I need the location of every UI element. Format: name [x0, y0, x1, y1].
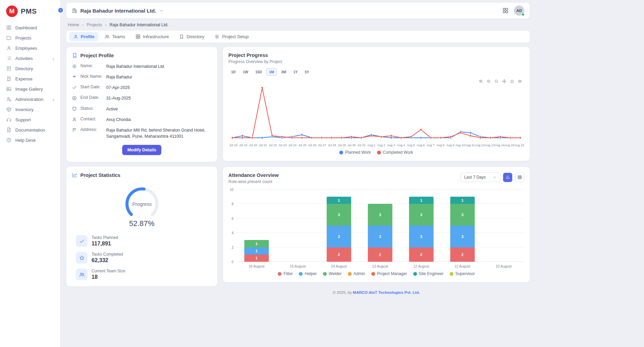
legend-admin[interactable]: Admin — [348, 271, 365, 276]
bar-segment-site-engineer[interactable]: 1 — [326, 197, 351, 204]
sidebar-item-administration[interactable]: Administration› — [0, 94, 60, 104]
apps-grid-icon[interactable] — [502, 7, 509, 14]
bar-segment-helper[interactable]: 3 — [450, 226, 475, 247]
bar-segment-fitter[interactable]: 2 — [450, 247, 475, 262]
bar-segment-helper[interactable]: 3 — [368, 226, 392, 247]
sidebar-item-inventory[interactable]: Inventory — [0, 104, 60, 115]
selection-zoom-icon[interactable] — [494, 79, 499, 84]
sidebar-item-projects[interactable]: Projects — [0, 33, 60, 43]
range-3m-button[interactable]: 3M — [278, 68, 289, 76]
avatar[interactable]: AD — [514, 5, 524, 16]
breadcrumb-item-projects[interactable]: Projects — [87, 22, 102, 27]
data-point-completed-work[interactable] — [440, 137, 442, 139]
data-point-completed-work[interactable] — [430, 137, 432, 139]
bar-segment-site-engineer[interactable]: 1 — [409, 197, 434, 204]
range-1y-button[interactable]: 1Y — [291, 68, 301, 76]
data-point-completed-work[interactable] — [370, 135, 372, 137]
data-point-completed-work[interactable] — [351, 136, 353, 138]
zoom-in-icon[interactable] — [479, 79, 483, 84]
sidebar-collapse-button[interactable]: ‹ — [58, 7, 64, 13]
data-point-planned-work[interactable] — [301, 134, 303, 136]
bar-segment-welder[interactable]: 3 — [409, 204, 434, 226]
bar-segment-helper[interactable]: 1 — [244, 247, 269, 255]
data-point-completed-work[interactable] — [380, 136, 382, 138]
sidebar-item-dashboard[interactable]: Dashboard — [0, 22, 60, 33]
menu-icon[interactable] — [518, 79, 522, 84]
legend-planned-work[interactable]: Planned Work — [339, 150, 371, 155]
tab-project-setup[interactable]: Project Setup — [210, 32, 253, 41]
date-range-select[interactable]: Last 7 Days — [461, 172, 500, 182]
company-selector[interactable]: Raja Bahadur International Ltd. — [72, 8, 164, 14]
bar-segment-helper[interactable]: 3 — [409, 226, 434, 247]
data-point-completed-work[interactable] — [410, 136, 412, 138]
bar-segment-fitter[interactable]: 2 — [326, 247, 351, 262]
bar-segment-fitter[interactable]: 2 — [368, 247, 392, 262]
sidebar-item-help-desk[interactable]: Help Desk — [0, 135, 60, 145]
legend-site-engineer[interactable]: Site Engineer — [413, 271, 444, 276]
data-point-completed-work[interactable] — [241, 137, 243, 139]
data-point-completed-work[interactable] — [261, 87, 263, 89]
sidebar-item-expense[interactable]: Expense — [0, 74, 60, 84]
sidebar-item-activities[interactable]: Activities› — [0, 53, 60, 63]
table-view-button[interactable] — [515, 173, 524, 182]
data-point-completed-work[interactable] — [271, 135, 273, 137]
legend-helper[interactable]: Helper — [299, 271, 317, 276]
pan-icon[interactable] — [502, 79, 506, 84]
tab-profile[interactable]: Profile — [69, 32, 98, 41]
range-1m-button[interactable]: 1M — [266, 68, 277, 76]
bar-segment-site-engineer[interactable]: 1 — [450, 197, 475, 204]
data-point-completed-work[interactable] — [321, 137, 323, 139]
data-point-planned-work[interactable] — [469, 132, 471, 134]
range-5y-button[interactable]: 5Y — [302, 68, 312, 76]
data-point-planned-work[interactable] — [241, 135, 243, 137]
sidebar-item-employees[interactable]: Employees — [0, 43, 60, 53]
data-point-completed-work[interactable] — [489, 137, 492, 139]
sidebar-item-support[interactable]: Support — [0, 115, 60, 125]
sidebar-item-documentation[interactable]: Documentation — [0, 125, 60, 135]
data-point-completed-work[interactable] — [340, 137, 342, 139]
data-point-completed-work[interactable] — [291, 137, 293, 139]
bar-segment-fitter[interactable]: 1 — [244, 255, 269, 262]
bar-segment-fitter[interactable]: 2 — [409, 247, 434, 262]
data-point-completed-work[interactable] — [251, 137, 253, 139]
legend-supervisor[interactable]: Supervisor — [450, 271, 475, 276]
sidebar-item-directory[interactable]: Directory — [0, 63, 60, 74]
data-point-completed-work[interactable] — [469, 135, 471, 137]
tab-teams[interactable]: Teams — [100, 32, 129, 41]
range-1w-button[interactable]: 1W — [240, 68, 251, 76]
range-15d-button[interactable]: 15D — [253, 68, 264, 76]
legend-fitter[interactable]: Fitter — [278, 271, 293, 276]
data-point-planned-work[interactable] — [261, 137, 263, 139]
bar-segment-welder[interactable]: 3 — [450, 204, 475, 226]
legend-welder[interactable]: Welder — [323, 271, 342, 276]
bar-segment-welder[interactable]: 3 — [326, 204, 351, 226]
data-point-planned-work[interactable] — [390, 137, 392, 139]
data-point-completed-work[interactable] — [390, 135, 392, 137]
data-point-completed-work[interactable] — [499, 136, 501, 138]
modify-details-button[interactable]: Modify Details — [122, 145, 161, 155]
data-point-completed-work[interactable] — [450, 136, 452, 138]
data-point-completed-work[interactable] — [301, 137, 303, 139]
bar-segment-helper[interactable]: 3 — [326, 226, 351, 247]
data-point-completed-work[interactable] — [331, 137, 333, 139]
bar-segment-welder[interactable]: 1 — [244, 240, 269, 247]
chart-view-button[interactable] — [503, 173, 512, 182]
bar-segment-welder[interactable]: 3 — [368, 204, 392, 226]
breadcrumb-item-home[interactable]: Home — [68, 22, 79, 27]
tab-directory[interactable]: Directory — [175, 32, 208, 41]
home-icon[interactable] — [510, 79, 514, 84]
data-point-completed-work[interactable] — [420, 129, 422, 131]
data-point-completed-work[interactable] — [360, 137, 363, 139]
data-point-completed-work[interactable] — [311, 137, 313, 139]
footer-link[interactable]: MARCO AIoT Technologies Pvt. Ltd. — [353, 290, 420, 295]
data-point-completed-work[interactable] — [509, 137, 511, 139]
legend-project-manager[interactable]: Project Manager — [371, 271, 407, 276]
data-point-completed-work[interactable] — [281, 136, 283, 138]
data-point-completed-work[interactable] — [479, 137, 481, 139]
data-point-completed-work[interactable] — [231, 137, 234, 139]
zoom-out-icon[interactable] — [486, 79, 491, 84]
data-point-completed-work[interactable] — [400, 137, 402, 139]
data-point-planned-work[interactable] — [420, 137, 422, 139]
range-1d-button[interactable]: 1D — [228, 68, 238, 76]
tab-infrastructure[interactable]: Infrastructure — [131, 32, 173, 41]
